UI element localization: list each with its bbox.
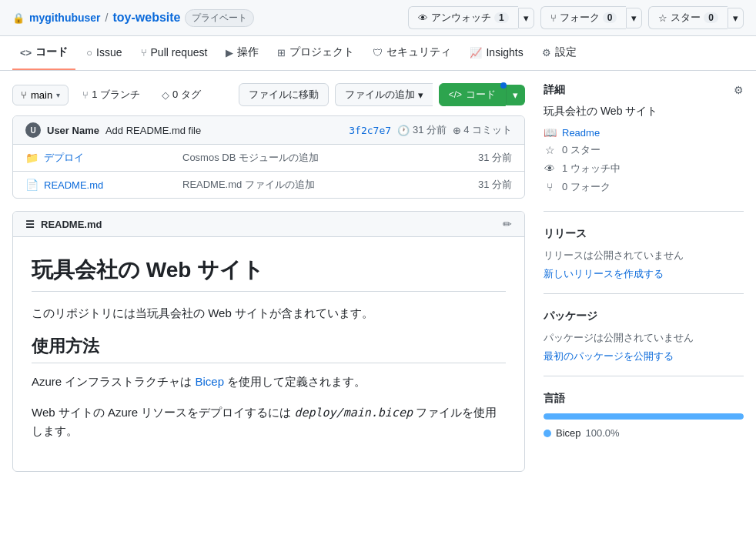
add-file-label: ファイルの追加 — [345, 88, 415, 102]
commit-message: Add README.md file — [105, 125, 201, 136]
code-dropdown-button[interactable]: ▾ — [506, 85, 525, 105]
folder-icon: 📁 — [25, 152, 38, 164]
star-dropdown[interactable]: ▾ — [728, 8, 744, 28]
bicep-lang-name: Bicep — [556, 427, 581, 439]
readme-code: deploy/main.bicep — [294, 406, 413, 420]
nav-projects-label: プロジェクト — [289, 45, 354, 59]
create-release-link[interactable]: 新しいリリースを作成する — [544, 268, 664, 279]
issue-nav-icon: ○ — [86, 47, 92, 59]
fork-dropdown[interactable]: ▾ — [626, 8, 642, 28]
nav-item-code[interactable]: <> コード — [12, 36, 75, 70]
repo-description: 玩具会社の Web サイト — [544, 105, 744, 119]
nav-item-actions[interactable]: ▶ 操作 — [218, 36, 266, 70]
file-name[interactable]: README.md — [44, 179, 182, 191]
nav-insights-label: Insights — [486, 46, 523, 59]
goto-file-button[interactable]: ファイルに移動 — [239, 83, 329, 106]
bicep-lang-dot — [544, 430, 551, 437]
branches-count: 1 ブランチ — [92, 88, 140, 102]
commits-count: ⊕ 4 コミット — [453, 123, 512, 137]
gear-icon[interactable]: ⚙ — [734, 84, 744, 96]
readme-heading1: 玩具会社の Web サイト — [32, 256, 506, 292]
fork-count: 0 — [603, 12, 617, 23]
nav-item-pr[interactable]: ⑂ Pull request — [133, 37, 216, 69]
packages-header: パッケージ — [544, 309, 744, 323]
code-label: コード — [466, 88, 496, 102]
bicep-link[interactable]: Bicep — [196, 375, 225, 388]
star-group: ☆ スター 0 ▾ — [648, 6, 744, 29]
watch-label: アンウォッチ — [431, 11, 491, 25]
pr-nav-icon: ⑂ — [141, 47, 147, 59]
releases-section: リリース リリースは公開されていません 新しいリリースを作成する — [544, 227, 744, 294]
fork-detail-icon: ⑂ — [544, 181, 556, 193]
settings-nav-icon: ⚙ — [542, 47, 551, 59]
repo-actions: 👁 アンウォッチ 1 ▾ ⑂ フォーク 0 ▾ ☆ スター 0 ▾ — [408, 6, 744, 29]
readme-filename: README.md — [41, 219, 102, 230]
languages-section: 言語 Bicep 100.0% — [544, 392, 744, 451]
watch-group: 👁 アンウォッチ 1 ▾ — [408, 6, 534, 29]
languages-title: 言語 — [544, 392, 565, 406]
add-file-button[interactable]: ファイルの追加 ▾ — [335, 83, 433, 106]
packages-none-text: パッケージは公開されていません — [544, 331, 744, 345]
separator: / — [105, 12, 109, 24]
readme-link[interactable]: Readme — [562, 127, 600, 139]
toolbar: ⑂ main ▾ ⑂ 1 ブランチ ◇ 0 タグ ファイルに移動 ファイルの追加… — [12, 83, 525, 106]
projects-nav-icon: ⊞ — [277, 47, 286, 59]
watchers-detail: 👁 1 ウォッチ中 — [544, 162, 744, 176]
clock-icon: 🕐 — [397, 125, 410, 136]
stars-detail: ☆ 0 スター — [544, 143, 744, 157]
publish-package-link[interactable]: 最初のパッケージを公開する — [544, 350, 674, 362]
nav-item-security[interactable]: 🛡 セキュリティ — [365, 36, 459, 70]
details-section: 詳細 ⚙ 玩具会社の Web サイト 📖 Readme ☆ 0 スター 👁 1 … — [544, 83, 744, 212]
star-count: 0 — [704, 12, 718, 23]
branch-icon: ⑂ — [21, 89, 27, 101]
readme-para1: このリポジトリには当玩具会社の Web サイトが含まれています。 — [32, 304, 506, 323]
nav-item-insights[interactable]: 📈 Insights — [462, 37, 530, 69]
table-row: 📁 デプロイ Cosmos DB モジュールの追加 31 分前 — [13, 145, 524, 172]
readme-para2-after: を使用して定義されます。 — [224, 375, 366, 388]
repo-owner[interactable]: mygithubuser — [29, 12, 101, 24]
nav-item-projects[interactable]: ⊞ プロジェクト — [269, 36, 362, 70]
readme-edit-button[interactable]: ✏ — [503, 218, 512, 230]
nav-settings-label: 設定 — [555, 45, 577, 59]
nav-issue-label: Issue — [96, 46, 122, 59]
committer-name[interactable]: User Name — [47, 125, 99, 136]
nav-item-issue[interactable]: ○ Issue — [79, 37, 129, 69]
languages-header: 言語 — [544, 392, 744, 406]
left-panel: ⑂ main ▾ ⑂ 1 ブランチ ◇ 0 タグ ファイルに移動 ファイルの追加… — [12, 83, 525, 472]
commit-hash[interactable]: 3f2c7e7 — [349, 125, 391, 136]
watch-button[interactable]: 👁 アンウォッチ 1 — [408, 6, 518, 29]
language-list: Bicep 100.0% — [544, 427, 744, 439]
file-icon: 📄 — [25, 179, 38, 191]
tag-icon: ◇ — [162, 89, 169, 101]
repo-name[interactable]: toy-website — [112, 11, 180, 25]
file-name[interactable]: デプロイ — [44, 151, 182, 165]
forks-detail: ⑂ 0 フォーク — [544, 180, 744, 194]
readme-header-title: ☰ README.md — [25, 219, 102, 230]
watch-dropdown[interactable]: ▾ — [518, 8, 534, 28]
watch-count: 1 — [494, 12, 509, 23]
bicep-bar — [544, 413, 744, 420]
packages-section: パッケージ パッケージは公開されていません 最初のパッケージを公開する — [544, 309, 744, 376]
readme-para3-before: Web サイトの Azure リソースをデプロイするには — [32, 406, 294, 419]
branch-selector[interactable]: ⑂ main ▾ — [12, 85, 69, 105]
readme-para3: Web サイトの Azure リソースをデプロイするには deploy/main… — [32, 403, 506, 440]
nav-pr-label: Pull request — [151, 46, 208, 59]
details-title: 詳細 — [544, 83, 565, 97]
star-button[interactable]: ☆ スター 0 — [648, 6, 728, 29]
star-label: スター — [671, 11, 701, 25]
details-header: 詳細 ⚙ — [544, 83, 744, 97]
releases-none-text: リリースは公開されていません — [544, 249, 744, 262]
code-nav-icon: <> — [20, 47, 32, 59]
nav-item-settings[interactable]: ⚙ 設定 — [534, 36, 584, 70]
nav-bar: <> コード ○ Issue ⑂ Pull request ▶ 操作 ⊞ プロジ… — [0, 36, 756, 71]
tags-count: 0 タグ — [172, 88, 201, 102]
code-icon: </> — [449, 89, 462, 100]
actions-nav-icon: ▶ — [226, 47, 233, 59]
readme-para2: Azure インフラストラクチャは Bicep を使用して定義されます。 — [32, 373, 506, 391]
fork-button[interactable]: ⑂ フォーク 0 — [540, 6, 627, 29]
readme-panel: ☰ README.md ✏ 玩具会社の Web サイト このリポジトリには当玩具… — [12, 211, 525, 472]
lock-icon: 🔒 — [12, 12, 25, 24]
list-icon: ☰ — [25, 219, 35, 230]
insights-nav-icon: 📈 — [470, 47, 482, 59]
code-button[interactable]: </> コード — [439, 83, 506, 106]
